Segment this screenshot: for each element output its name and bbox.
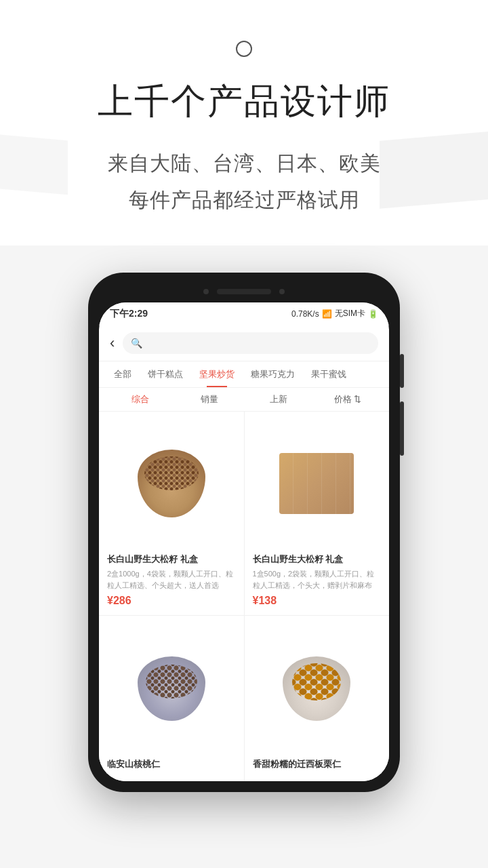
top-section: 上千个产品设计师 来自大陆、台湾、日本、欧美 每件产品都经过严格试用 — [0, 0, 488, 245]
phone-mockup: 下午2:29 0.78K/s 📶 无SIM卡 🔋 ‹ 🔍 全部 饼干糕点 — [88, 273, 400, 792]
signal-text: 无SIM卡 — [335, 308, 365, 319]
product-card-1[interactable]: 长白山野生大松籽 礼盒 2盒1000g，4袋装，颗颗人工开口、粒粒人工精选、个头… — [99, 412, 244, 616]
tab-dried-fruit[interactable]: 果干蜜饯 — [303, 361, 354, 387]
product-price-2: ¥138 — [253, 595, 382, 607]
subtitle-line2: 每件产品都经过严格试用 — [129, 189, 360, 211]
gift-box-image — [279, 453, 354, 514]
status-bar: 下午2:29 0.78K/s 📶 无SIM卡 🔋 — [99, 302, 389, 326]
wifi-icon: 📶 — [322, 309, 332, 319]
product-grid: 长白山野生大松籽 礼盒 2盒1000g，4袋装，颗颗人工开口、粒粒人工精选、个头… — [99, 412, 389, 781]
battery-icon: 🔋 — [368, 309, 378, 319]
nav-bar: ‹ 🔍 — [99, 326, 389, 361]
deco-right — [380, 130, 488, 209]
camera-dot2 — [279, 289, 285, 294]
power-button — [400, 401, 404, 456]
product-image-3 — [107, 624, 236, 753]
sort-sales[interactable]: 销量 — [175, 393, 244, 406]
product-card-3[interactable]: 临安山核桃仁 — [99, 616, 244, 781]
phone-wrapper: 下午2:29 0.78K/s 📶 无SIM卡 🔋 ‹ 🔍 全部 饼干糕点 — [0, 245, 488, 792]
subtitle-line1: 来自大陆、台湾、日本、欧美 — [108, 152, 381, 174]
product-title-4: 香甜粉糯的迁西板栗仁 — [253, 758, 382, 770]
product-price-1: ¥286 — [107, 595, 236, 607]
tab-candy[interactable]: 糖果巧克力 — [243, 361, 303, 387]
sort-comprehensive[interactable]: 综合 — [106, 393, 175, 406]
product-desc-2: 1盒500g，2袋装，颗颗人工开口、粒粒人工精选，个头大，赠剥片和麻布 — [253, 568, 382, 591]
product-card-4[interactable]: 香甜粉糯的迁西板栗仁 — [245, 616, 390, 781]
product-title-2: 长白山野生大松籽 礼盒 — [253, 553, 382, 566]
sort-price[interactable]: 价格 ⇅ — [313, 393, 382, 406]
search-bar[interactable]: 🔍 — [123, 332, 378, 354]
sort-bar: 综合 销量 上新 价格 ⇅ — [99, 388, 389, 412]
sort-new[interactable]: 上新 — [244, 393, 313, 406]
product-title-1: 长白山野生大松籽 礼盒 — [107, 553, 236, 566]
category-tabs: 全部 饼干糕点 坚果炒货 糖果巧克力 果干蜜饯 — [99, 361, 389, 388]
main-title: 上千个产品设计师 — [27, 79, 461, 125]
circle-icon — [236, 41, 252, 57]
search-icon: 🔍 — [131, 338, 142, 349]
product-image-1 — [107, 420, 236, 549]
status-right: 0.78K/s 📶 无SIM卡 🔋 — [291, 308, 378, 319]
product-title-3: 临安山核桃仁 — [107, 758, 236, 770]
product-image-2 — [253, 420, 382, 549]
tab-nuts[interactable]: 坚果炒货 — [191, 361, 243, 387]
product-card-2[interactable]: 长白山野生大松籽 礼盒 1盒500g，2袋装，颗颗人工开口、粒粒人工精选，个头大… — [245, 412, 390, 616]
phone-top-bar — [99, 283, 389, 302]
tab-all[interactable]: 全部 — [106, 361, 140, 387]
product-image-4 — [253, 624, 382, 753]
deco-left — [0, 133, 68, 194]
back-button[interactable]: ‹ — [110, 334, 115, 352]
pine-nuts-image — [138, 450, 205, 517]
volume-button — [400, 354, 404, 388]
tab-biscuit[interactable]: 饼干糕点 — [140, 361, 191, 387]
walnut-image — [138, 656, 205, 721]
camera-dot — [203, 289, 209, 294]
status-time: 下午2:29 — [110, 308, 148, 320]
network-speed: 0.78K/s — [291, 309, 319, 319]
chestnut-image — [283, 656, 350, 721]
product-desc-1: 2盒1000g，4袋装，颗颗人工开口、粒粒人工精选、个头超大，送人首选 — [107, 568, 236, 591]
speaker — [217, 289, 271, 294]
phone-screen: 下午2:29 0.78K/s 📶 无SIM卡 🔋 ‹ 🔍 全部 饼干糕点 — [99, 302, 389, 781]
